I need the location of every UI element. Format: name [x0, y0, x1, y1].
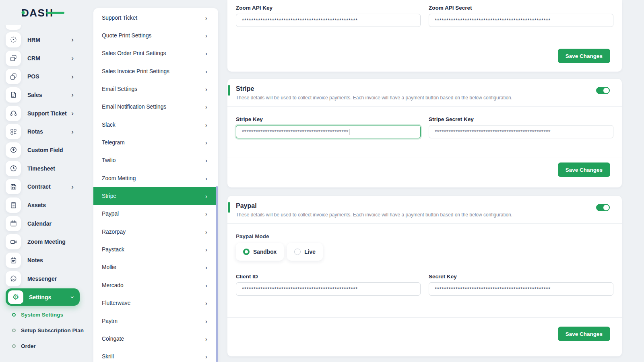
settings-menu-item-paystack[interactable]: Paystack› [93, 241, 218, 258]
settings-menu-item-paytm[interactable]: Paytm› [93, 312, 218, 330]
stripe-key-field: Stripe Key *****************************… [236, 116, 421, 138]
sidebar-item-label: Sales [27, 92, 71, 98]
chevron-right-icon: › [205, 104, 207, 110]
paypal-secret-key-input[interactable]: ****************************************… [429, 282, 613, 296]
text-cursor [349, 129, 349, 135]
timesheet-icon [6, 161, 21, 176]
zoom-api-secret-input[interactable]: ****************************************… [429, 14, 613, 27]
menu-item-label: Quote Print Settings [102, 33, 205, 39]
toggle-knob [603, 88, 609, 93]
sidebar-subitem-system-settings[interactable]: System Settings [0, 307, 87, 323]
settings-menu-item-twilio[interactable]: Twilio› [93, 152, 218, 169]
sidebar-item-crm[interactable]: CRM› [0, 49, 87, 68]
stripe-key-input[interactable]: ****************************************… [236, 125, 421, 138]
sidebar-item-zoom-meeting[interactable]: Zoom Meeting [0, 233, 87, 251]
settings-menu-item-mercado[interactable]: Mercado› [93, 276, 218, 294]
zoom-api-key-input[interactable]: ****************************************… [236, 14, 421, 27]
field-label: Zoom API Secret [429, 5, 613, 11]
chevron-right-icon: › [205, 175, 207, 181]
sidebar-subitem-setup-subscription-plan[interactable]: Setup Subscription Plan [0, 323, 87, 338]
settings-menu-item-coingate[interactable]: Coingate› [93, 330, 218, 348]
sidebar-item-label: Rotas [27, 128, 71, 135]
subitem-label: System Settings [21, 312, 63, 318]
gear-icon: ⚙ [8, 290, 23, 304]
sidebar-item-label: Contract [27, 183, 71, 190]
section-title: Paypal [236, 202, 613, 210]
settings-menu-item-telegram[interactable]: Telegram› [93, 134, 218, 151]
settings-menu-list: Support Ticket›Quote Print Settings›Sale… [93, 9, 218, 362]
chevron-right-icon: › [205, 157, 207, 163]
sidebar-item-hrm[interactable]: HRM› [0, 31, 87, 49]
pos-icon [6, 69, 21, 84]
sidebar-item-calendar[interactable]: Calendar [0, 214, 87, 233]
paypal-settings-card: Paypal These details will be used to col… [227, 196, 622, 356]
save-changes-button[interactable]: Save Changes [558, 327, 610, 341]
sidebar-item-custom-field[interactable]: Custom Field [0, 141, 87, 159]
notes-icon [6, 253, 21, 268]
settings-menu-scrollbar[interactable] [216, 186, 218, 362]
settings-menu-item-sales-invoice-print-settings[interactable]: Sales Invoice Print Settings› [93, 62, 218, 80]
paypal-mode-sandbox[interactable]: Sandbox [236, 243, 284, 261]
menu-item-label: Telegram [102, 140, 205, 146]
sidebar-item-rotas[interactable]: Rotas› [0, 122, 87, 141]
settings-menu-item-flutterwave[interactable]: Flutterwave› [93, 294, 218, 312]
stripe-settings-card: Stripe These details will be used to col… [227, 79, 622, 187]
settings-menu-item-slack[interactable]: Slack› [93, 116, 218, 134]
hrm-icon [6, 32, 21, 47]
app-root: DASH HRM›CRM›POS›Sales›Support Ticket›Ro… [0, 0, 644, 362]
bullet-icon [12, 313, 16, 317]
sidebar-subitem-order[interactable]: Order [0, 338, 87, 354]
paypal-mode-live[interactable]: Live [287, 243, 323, 261]
save-changes-button[interactable]: Save Changes [558, 162, 610, 177]
sidebar-item-label: Settings [29, 294, 71, 300]
settings-menu-item-stripe[interactable]: Stripe› [93, 187, 218, 205]
settings-menu-item-razorpay[interactable]: Razorpay› [93, 223, 218, 241]
assets-icon [6, 197, 21, 213]
field-label: Stripe Key [236, 116, 421, 122]
menu-item-label: Mollie [102, 264, 205, 270]
sidebar-item-label: HRM [27, 37, 71, 43]
menu-item-label: Skrill [102, 354, 205, 360]
crm-icon [6, 51, 21, 66]
paypal-secret-key-field: Secret Key *****************************… [429, 274, 613, 296]
chevron-right-icon: › [205, 318, 207, 324]
calendar-icon [6, 216, 21, 231]
sidebar-item-assets[interactable]: Assets [0, 196, 87, 214]
field-label: Secret Key [429, 274, 613, 280]
settings-menu-item-quote-print-settings[interactable]: Quote Print Settings› [93, 27, 218, 44]
sidebar-item-messenger[interactable]: Messenger [0, 269, 87, 288]
sidebar-item-settings[interactable]: ⚙ Settings › [6, 288, 80, 306]
chevron-right-icon: › [205, 211, 207, 217]
settings-menu-item-email-notification-settings[interactable]: Email Notification Settings› [93, 98, 218, 116]
paypal-enabled-toggle[interactable] [596, 204, 610, 211]
settings-menu-item-mollie[interactable]: Mollie› [93, 259, 218, 276]
chevron-right-icon: › [205, 336, 207, 342]
sidebar-item-support-ticket[interactable]: Support Ticket› [0, 104, 87, 123]
save-changes-button[interactable]: Save Changes [558, 49, 610, 63]
field-label: Zoom API Key [236, 5, 421, 11]
menu-item-label: Slack [102, 122, 205, 128]
settings-menu-item-email-settings[interactable]: Email Settings› [93, 80, 218, 98]
settings-menu-item-zoom-metting[interactable]: Zoom Metting› [93, 169, 218, 187]
stripe-secret-key-input[interactable]: ****************************************… [429, 125, 613, 138]
sidebar-item-label: Messenger [27, 276, 87, 282]
settings-menu-item-paypal[interactable]: Paypal› [93, 205, 218, 223]
settings-menu-item-sales-order-print-settings[interactable]: Sales Order Print Settings› [93, 45, 218, 62]
sidebar-item-notes[interactable]: Notes [0, 251, 87, 269]
sidebar-item-pos[interactable]: POS› [0, 67, 87, 86]
chevron-right-icon: › [205, 264, 207, 270]
settings-menu-item-support-ticket[interactable]: Support Ticket› [93, 9, 218, 27]
sidebar-item-contract[interactable]: Contract› [0, 178, 87, 196]
stripe-enabled-toggle[interactable] [596, 87, 610, 94]
settings-menu-item-skrill[interactable]: Skrill› [93, 348, 218, 362]
zoom-api-secret-field: Zoom API Secret ************************… [429, 5, 613, 27]
paypal-client-id-input[interactable]: ****************************************… [236, 282, 421, 296]
settings-submenu: System SettingsSetup Subscription PlanOr… [0, 307, 87, 354]
sidebar-item-sales[interactable]: Sales› [0, 86, 87, 104]
masked-value: ****************************************… [435, 129, 551, 135]
paypal-mode-group: Sandbox Live [236, 243, 613, 261]
sidebar-item-timesheet[interactable]: Timesheet [0, 159, 87, 178]
chevron-right-icon: › [71, 36, 74, 43]
bullet-icon [12, 344, 16, 348]
app-logo: DASH [0, 0, 87, 25]
